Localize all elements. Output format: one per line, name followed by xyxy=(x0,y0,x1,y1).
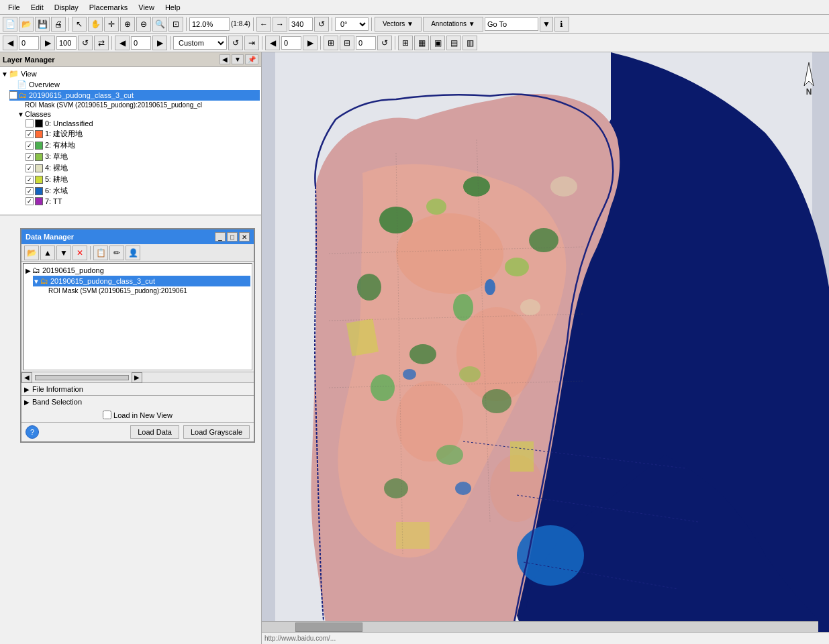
zoom-prev-btn[interactable]: ← xyxy=(256,17,271,32)
zoom-input[interactable] xyxy=(189,17,230,31)
crosshair-btn[interactable]: ✛ xyxy=(104,17,119,32)
stretch-type-btn[interactable]: ⊞ xyxy=(324,36,338,50)
tb2-sync-btn[interactable]: ⇄ xyxy=(94,36,109,50)
rotation-dropdown[interactable]: 0° xyxy=(335,17,369,31)
dm-load-data-btn[interactable]: Load Data xyxy=(130,425,179,439)
tree-class-5[interactable]: ✓ 5: 耕地 xyxy=(26,174,260,185)
class2-checkbox[interactable]: ✓ xyxy=(26,142,34,150)
class5-checkbox[interactable]: ✓ xyxy=(26,176,34,184)
lm-pin-btn[interactable]: 📌 xyxy=(245,54,258,64)
opacity-refresh-btn[interactable]: ↺ xyxy=(377,36,392,50)
tb2-btn4[interactable]: ▶ xyxy=(152,36,167,50)
zoom-level-input[interactable] xyxy=(289,17,313,31)
dm-scroll-left-btn[interactable]: ◀ xyxy=(21,372,32,383)
zoom-area-btn[interactable]: 🔍 xyxy=(152,17,167,32)
tree-main-layer[interactable]: ✓ 🗂 20190615_pudong_class_3_cut xyxy=(9,90,260,101)
tree-class-7[interactable]: ✓ 7: TT xyxy=(26,197,260,206)
export-btn3[interactable]: ▣ xyxy=(430,36,445,50)
tree-roi-mask[interactable]: ROI Mask (SVM (20190615_pudong):20190615… xyxy=(17,101,260,109)
menu-placemarks[interactable]: Placemarks xyxy=(84,2,133,13)
pointer-btn[interactable]: ↖ xyxy=(72,17,87,32)
export-btn4[interactable]: ▤ xyxy=(446,36,461,50)
tb2-btn2[interactable]: ▶ xyxy=(40,36,55,50)
dm-close-btn[interactable]: ✕ xyxy=(239,232,250,241)
tb2-reset-btn[interactable]: ⇥ xyxy=(244,36,259,50)
dm-minimize-btn[interactable]: _ xyxy=(215,232,226,241)
tree-class-0[interactable]: 0: Unclassified xyxy=(26,119,260,128)
dm-scroll-thumb[interactable] xyxy=(35,375,129,380)
menu-file[interactable]: File xyxy=(3,2,26,13)
tb2-btn5[interactable]: ◀ xyxy=(265,36,280,50)
map-area[interactable]: N http://www.baidu.com/... xyxy=(262,52,829,644)
tb2-refresh-btn[interactable]: ↺ xyxy=(78,36,93,50)
goto-input[interactable] xyxy=(485,17,538,31)
class6-checkbox[interactable]: ✓ xyxy=(26,187,34,195)
lm-expand-btn[interactable]: ▼ xyxy=(232,54,244,64)
dm-item1-expand[interactable]: ▶ xyxy=(25,267,32,274)
class0-checkbox[interactable] xyxy=(26,119,34,127)
print-btn[interactable]: 🖨 xyxy=(51,17,66,32)
dm-delete-btn[interactable]: ✕ xyxy=(72,246,87,260)
menu-display[interactable]: Display xyxy=(49,2,84,13)
main-layer-checkbox[interactable]: ✓ xyxy=(9,91,17,99)
zoom-next-btn[interactable]: → xyxy=(273,17,287,32)
info-btn[interactable]: ℹ xyxy=(554,17,569,32)
dm-help-btn[interactable]: ? xyxy=(26,425,39,439)
tree-class-1[interactable]: ✓ 1: 建设用地 xyxy=(26,128,260,140)
dm-item2-expand[interactable]: ▼ xyxy=(33,278,40,285)
dm-load-new-view-label[interactable]: Load in New View xyxy=(103,411,173,419)
dm-down-btn[interactable]: ▼ xyxy=(56,246,71,260)
tree-classes[interactable]: ▼ Classes xyxy=(17,109,260,119)
class1-checkbox[interactable]: ✓ xyxy=(26,130,34,138)
custom-dropdown[interactable]: Custom xyxy=(173,36,227,50)
class7-checkbox[interactable]: ✓ xyxy=(26,197,34,205)
tree-class-4[interactable]: ✓ 4: 裸地 xyxy=(26,162,260,174)
dm-edit-btn[interactable]: ✏ xyxy=(109,246,124,260)
render-input[interactable] xyxy=(56,36,77,50)
tree-class-6[interactable]: ✓ 6: 水域 xyxy=(26,185,260,197)
goto-btn[interactable]: ▼ xyxy=(540,17,553,32)
dm-load-grayscale-btn[interactable]: Load Grayscale xyxy=(183,425,250,439)
open-file-btn[interactable]: 📂 xyxy=(19,17,34,32)
tb2-slider3[interactable] xyxy=(281,36,301,50)
menu-help[interactable]: Help xyxy=(160,2,186,13)
tree-view[interactable]: ▼ 📁 View xyxy=(1,68,260,79)
dm-up-btn[interactable]: ▲ xyxy=(40,246,55,260)
export-btn1[interactable]: ⊞ xyxy=(398,36,413,50)
pan-btn[interactable]: ✋ xyxy=(88,17,103,32)
dm-open-btn[interactable]: 📂 xyxy=(24,246,39,260)
new-file-btn[interactable]: 📄 xyxy=(3,17,17,32)
stretch-btn2[interactable]: ⊟ xyxy=(340,36,354,50)
class4-checkbox[interactable]: ✓ xyxy=(26,164,34,172)
dm-scroll-right-btn[interactable]: ▶ xyxy=(132,372,142,383)
export-btn2[interactable]: ▦ xyxy=(414,36,429,50)
tree-class-3[interactable]: ✓ 3: 草地 xyxy=(26,151,260,162)
menu-edit[interactable]: Edit xyxy=(26,2,49,13)
dm-band-selection-header[interactable]: ▶ Band Selection xyxy=(21,395,254,408)
tb2-btn6[interactable]: ▶ xyxy=(303,36,318,50)
lm-collapse-btn[interactable]: ◀ xyxy=(220,54,230,64)
dm-tree-item1[interactable]: ▶ 🗂 20190615_pudong xyxy=(25,265,250,276)
tree-overview[interactable]: 📄 Overview xyxy=(9,79,260,90)
opacity-input[interactable] xyxy=(356,36,376,50)
annotation-btn[interactable]: Annotations ▼ xyxy=(423,17,483,32)
vector-btn[interactable]: Vectors ▼ xyxy=(375,17,422,32)
dm-tree-item2[interactable]: ▼ 🗂 20190615_pudong_class_3_cut xyxy=(33,276,250,286)
refresh-btn[interactable]: ↺ xyxy=(314,17,329,32)
save-btn[interactable]: 💾 xyxy=(35,17,50,32)
dm-file-info-header[interactable]: ▶ File Information xyxy=(21,382,254,395)
tb2-btn1[interactable]: ◀ xyxy=(3,36,17,50)
dm-info-btn[interactable]: 👤 xyxy=(126,246,140,260)
dm-maximize-btn[interactable]: □ xyxy=(227,232,238,241)
dm-tree-item2-roi[interactable]: ROI Mask (SVM (20190615_pudong):2019061 xyxy=(41,286,250,295)
tree-class-2[interactable]: ✓ 2: 有林地 xyxy=(26,140,260,151)
zoom-out-btn[interactable]: ⊖ xyxy=(136,17,151,32)
export-btn5[interactable]: ▥ xyxy=(462,36,477,50)
menu-view[interactable]: View xyxy=(133,2,160,13)
tb2-slider-input[interactable] xyxy=(19,36,39,50)
class3-checkbox[interactable]: ✓ xyxy=(26,153,34,161)
dm-load-new-view-checkbox[interactable] xyxy=(103,411,111,419)
dm-copy-btn[interactable]: 📋 xyxy=(93,246,108,260)
hscroll[interactable] xyxy=(262,621,818,632)
dm-scrollbar[interactable]: ◀ ▶ xyxy=(21,372,254,382)
